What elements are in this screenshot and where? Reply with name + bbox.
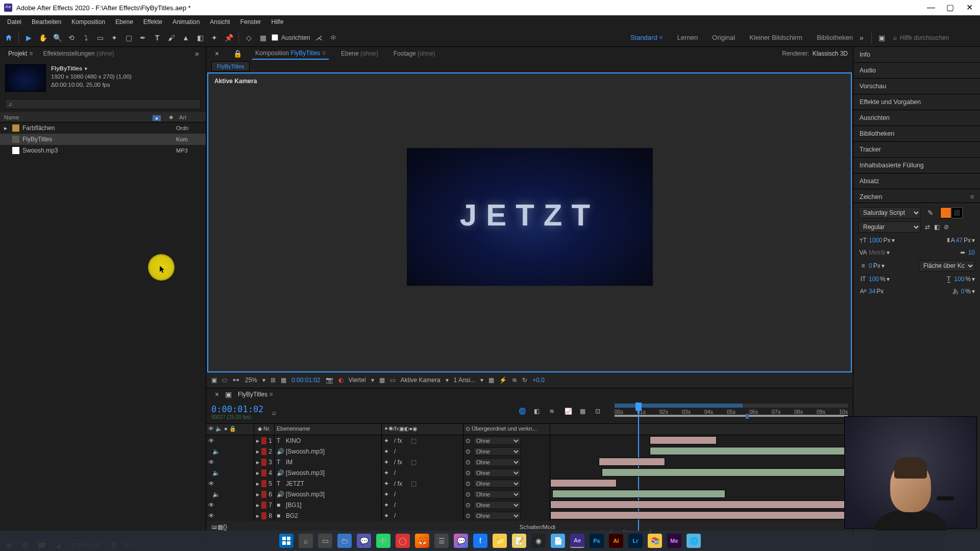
eyedropper-icon[interactable]: ✎: [925, 207, 936, 218]
help-search[interactable]: ⌕: [890, 32, 977, 44]
parent-select[interactable]: Ohne: [474, 469, 521, 477]
orbit-tool[interactable]: ⟲: [66, 32, 77, 43]
maximize-button[interactable]: ▢: [946, 4, 953, 11]
eraser-tool[interactable]: ◧: [194, 32, 206, 43]
brain-icon[interactable]: ⊡: [595, 408, 604, 417]
type-tool[interactable]: T: [152, 32, 163, 43]
firefox-icon[interactable]: 🦊: [415, 534, 429, 548]
app-icon-1[interactable]: ☰: [434, 534, 449, 548]
parent-select[interactable]: Ohne: [474, 447, 521, 456]
zoom-tool[interactable]: 🔍: [52, 32, 63, 43]
font-size-value[interactable]: 1000: [869, 237, 883, 244]
footage-tab[interactable]: Footage (ohne): [390, 48, 438, 59]
draft3d-icon[interactable]: ▦: [580, 408, 589, 417]
panel-ausrichten[interactable]: Ausrichten: [853, 110, 980, 126]
mask-icon[interactable]: ⬭: [222, 377, 227, 384]
mask-toggle[interactable]: ▦: [257, 32, 268, 43]
kerning-value[interactable]: Metrik: [869, 249, 886, 256]
parent-select[interactable]: Ohne: [474, 480, 521, 488]
taskview-icon[interactable]: ▭: [318, 534, 332, 548]
workspace-more[interactable]: »: [856, 32, 867, 43]
composition-viewer[interactable]: Aktive Kamera JETZT: [207, 72, 852, 372]
illustrator-icon[interactable]: Ai: [609, 534, 623, 548]
globe-icon[interactable]: 🌐: [687, 534, 701, 548]
project-item[interactable]: ▸FarbflächenOrdn: [0, 122, 206, 134]
panel-tracker[interactable]: Tracker: [853, 142, 980, 158]
zoom-level[interactable]: 25%: [245, 377, 257, 384]
minimize-button[interactable]: —: [927, 4, 934, 11]
camera-tool[interactable]: ▭: [94, 32, 106, 43]
panel-bibliotheken[interactable]: Bibliotheken: [853, 126, 980, 142]
parent-select[interactable]: Ohne: [474, 437, 521, 445]
region-icon[interactable]: ▭: [390, 377, 396, 384]
snap-checkbox[interactable]: [272, 34, 278, 41]
renderer-value[interactable]: Klassisch 3D: [813, 50, 848, 57]
fast-preview-icon[interactable]: ⚡: [499, 377, 507, 384]
baseline-value[interactable]: 34: [869, 288, 875, 295]
frame-blend-icon[interactable]: ◧: [534, 408, 543, 417]
project-search[interactable]: ⌕: [5, 99, 201, 109]
tl-close-icon[interactable]: ×: [211, 389, 223, 400]
workspace-standard[interactable]: Standard ≡: [630, 34, 663, 41]
parent-select[interactable]: Ohne: [474, 458, 521, 466]
project-item[interactable]: Swoosh.mp3MP3: [0, 145, 206, 156]
lock-icon[interactable]: 🔒: [232, 48, 243, 59]
layer-row[interactable]: 👁 ▸ 5 T JETZT ✦ / fx ⬚ ⊙ Ohne: [206, 478, 853, 489]
stroke-width[interactable]: 0: [869, 262, 872, 269]
puppet-tool[interactable]: 📌: [223, 32, 234, 43]
snapshot-icon[interactable]: 📷: [326, 377, 333, 384]
shy-toggle[interactable]: ◇: [243, 32, 254, 43]
menu-animation[interactable]: Animation: [167, 16, 205, 28]
layer-row[interactable]: 🔈 ▸ 2 🔊 [Swoosh.mp3] ✦ / ⊙ Ohne: [206, 446, 853, 457]
media-encoder-icon[interactable]: Me: [667, 534, 681, 548]
layer-row[interactable]: 👁 ▸ 1 T KINO ✦ / fx ⬚ ⊙ Ohne: [206, 435, 853, 446]
menu-ansicht[interactable]: Ansicht: [205, 16, 235, 28]
panel-inhaltsbasierte-füllung[interactable]: Inhaltsbasierte Füllung: [853, 158, 980, 173]
notes-icon[interactable]: 📝: [512, 534, 526, 548]
workspace-kleiner bildschirm[interactable]: Kleiner Bildschirm: [749, 34, 802, 41]
comp-name[interactable]: FlyByTitles: [51, 64, 132, 72]
camera-select[interactable]: Aktive Kamera: [401, 377, 440, 384]
shy-switch-icon[interactable]: 🌀: [519, 408, 528, 417]
workspace-original[interactable]: Original: [712, 34, 735, 41]
rotate-tool[interactable]: ⤵: [80, 32, 91, 43]
timeline-timecode[interactable]: 0:00:01:02: [211, 404, 263, 414]
flow-tab[interactable]: FlyByTitles: [211, 61, 250, 71]
font-style-select[interactable]: Regular: [859, 221, 921, 233]
expand-icon[interactable]: {}: [223, 523, 227, 531]
photoshop-icon[interactable]: Ps: [590, 534, 604, 548]
hscale-value[interactable]: 100: [954, 276, 964, 283]
teams-icon[interactable]: 💬: [357, 534, 371, 548]
menu-bearbeiten[interactable]: Bearbeiten: [27, 16, 66, 28]
blend-modes-icon[interactable]: ▦: [217, 523, 223, 531]
notepad-icon[interactable]: 📄: [551, 534, 565, 548]
grid-icon[interactable]: ▦: [281, 377, 286, 384]
after-effects-taskbar-icon[interactable]: Ae: [570, 534, 584, 548]
menu-hilfe[interactable]: Hilfe: [266, 16, 288, 28]
resolution[interactable]: Viertel: [349, 377, 366, 384]
3d-icon[interactable]: ▦: [488, 377, 494, 384]
start-button[interactable]: [279, 534, 293, 548]
red-app-icon[interactable]: ◯: [396, 534, 410, 548]
app-icon-2[interactable]: 📚: [648, 534, 662, 548]
motion-blur-icon[interactable]: ≋: [512, 377, 517, 384]
snap-menu[interactable]: ⋌: [313, 32, 325, 43]
pane-more[interactable]: »: [191, 48, 203, 59]
panel-info[interactable]: Info: [853, 47, 980, 63]
snap-menu-2[interactable]: ፨: [328, 32, 339, 43]
pen-tool[interactable]: ✒: [137, 32, 149, 43]
motion-blur-switch-icon[interactable]: ≋: [549, 408, 558, 417]
parent-select[interactable]: Ohne: [474, 512, 521, 520]
layer-row[interactable]: 🔈 ▸ 4 🔊 [Swoosh.mp3] ✦ / ⊙ Ohne: [206, 467, 853, 478]
lightroom-icon[interactable]: Lr: [628, 534, 643, 548]
composition-tab[interactable]: Komposition FlyByTitles ≡: [252, 47, 329, 60]
stroke-color-swatch[interactable]: [951, 207, 963, 218]
stroke-mode-select[interactable]: Fläche über Kon...: [919, 260, 975, 271]
layer-row[interactable]: 👁 ▸ 8 ■ BG2 ✦ / ⊙ Ohne: [206, 510, 853, 521]
exposure-value[interactable]: +0,0: [532, 377, 545, 384]
graph-editor-icon[interactable]: 📈: [565, 408, 574, 417]
messenger-icon[interactable]: 💬: [454, 534, 468, 548]
menu-datei[interactable]: Datei: [2, 16, 27, 28]
channel-icon[interactable]: ◐: [338, 377, 344, 384]
close-tab-icon[interactable]: ×: [211, 48, 223, 59]
